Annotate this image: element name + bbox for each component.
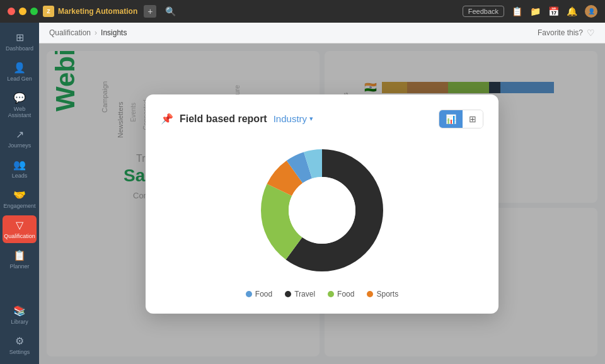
sidebar-label-leads: Leads (12, 173, 28, 179)
modal-header: 📌 Field based report Industry ▾ 📊 (161, 110, 483, 128)
sidebar-label-journeys: Journeys (8, 142, 32, 149)
sidebar-item-qualification[interactable]: ▽ Qualification (3, 215, 37, 243)
close-button[interactable] (8, 8, 15, 15)
svg-point-11 (289, 177, 355, 244)
maximize-button[interactable] (30, 8, 38, 15)
pin-icon: 📌 (161, 113, 173, 125)
folder-icon[interactable]: 📁 (530, 6, 541, 16)
chevron-down-icon: ▾ (309, 115, 313, 123)
dashboard-icon: ⊞ (16, 31, 24, 43)
table-view-button[interactable]: ⊞ (463, 110, 483, 128)
feedback-button[interactable]: Feedback (463, 6, 504, 17)
main-layout: ⊞ Dashboard 👤 Lead Gen 💬 Web Assistant ↗… (0, 23, 605, 364)
web-assistant-icon: 💬 (13, 92, 26, 104)
title-bar-content: Z Marketing Automation + 🔍 Feedback 📋 📁 … (43, 5, 597, 18)
modal-legend-food-green: Food (328, 290, 354, 299)
sidebar-item-library[interactable]: 📚 Library (3, 301, 37, 329)
food-green-label: Food (337, 290, 354, 299)
modal-chart-area: Food Travel Food (161, 141, 483, 299)
sidebar-item-engagement[interactable]: 🤝 Engagement (3, 185, 37, 213)
modal-overlay[interactable]: 📌 Field based report Industry ▾ 📊 (39, 43, 605, 364)
view-toggle: 📊 ⊞ (439, 110, 483, 128)
planner-icon: 📋 (13, 249, 26, 261)
filter-label: Industry (274, 113, 307, 124)
sidebar-label-web-assistant: Web Assistant (5, 106, 34, 118)
bar-chart-icon: 📊 (446, 114, 456, 124)
travel-label: Travel (294, 290, 315, 299)
content-area: Qualification › Insights Favorite this? … (39, 23, 605, 364)
minimize-button[interactable] (19, 8, 26, 15)
food-blue-label: Food (255, 290, 272, 299)
sidebar-item-leads[interactable]: 👥 Leads (3, 155, 37, 183)
travel-dot (285, 291, 291, 297)
heart-icon[interactable]: ♡ (587, 28, 595, 38)
leads-icon: 👥 (13, 159, 26, 171)
traffic-lights (8, 8, 38, 15)
sidebar-label-planner: Planner (9, 263, 29, 270)
industry-donut-chart (253, 141, 391, 280)
industry-filter[interactable]: Industry ▾ (274, 113, 313, 124)
modal-legend: Food Travel Food (246, 290, 398, 299)
favorite-label: Favorite this? (538, 28, 583, 37)
favorite-area: Favorite this? ♡ (538, 28, 595, 38)
modal-legend-food-blue: Food (246, 290, 272, 299)
sidebar-label-dashboard: Dashboard (6, 45, 33, 52)
grid-icon: ⊞ (469, 114, 476, 124)
search-button[interactable]: 🔍 (165, 6, 176, 16)
breadcrumb-parent[interactable]: Qualification (49, 28, 91, 37)
modal-title: Field based report (180, 113, 267, 125)
sidebar-label-engagement: Engagement (3, 203, 35, 209)
sidebar-item-web-assistant[interactable]: 💬 Web Assistant (3, 88, 37, 122)
bell-icon[interactable]: 🔔 (567, 6, 577, 16)
breadcrumb-current: Insights (101, 28, 127, 37)
sports-dot (367, 291, 373, 297)
food-green-dot (328, 291, 334, 297)
sidebar-label-library: Library (11, 319, 28, 325)
lead-gen-icon: 👤 (13, 62, 26, 74)
journeys-icon: ↗ (16, 128, 24, 140)
modal-title-area: 📌 Field based report Industry ▾ (161, 113, 313, 125)
qualification-icon: ▽ (16, 219, 23, 231)
engagement-icon: 🤝 (13, 189, 26, 201)
title-bar-right: Feedback 📋 📁 📅 🔔 👤 (463, 5, 597, 18)
sidebar-item-settings[interactable]: ⚙ Settings (3, 331, 37, 359)
modal-legend-travel: Travel (285, 290, 315, 299)
title-bar: Z Marketing Automation + 🔍 Feedback 📋 📁 … (0, 0, 605, 23)
breadcrumb-separator: › (95, 28, 97, 37)
breadcrumb-bar: Qualification › Insights Favorite this? … (39, 23, 605, 43)
settings-icon: ⚙ (15, 335, 24, 347)
notes-icon[interactable]: 📋 (512, 6, 522, 16)
chart-view-button[interactable]: 📊 (439, 110, 463, 128)
add-tab-button[interactable]: + (144, 5, 156, 18)
food-blue-dot (246, 291, 252, 297)
field-based-report-modal: 📌 Field based report Industry ▾ 📊 (146, 94, 498, 314)
avatar[interactable]: 👤 (585, 5, 597, 18)
sidebar: ⊞ Dashboard 👤 Lead Gen 💬 Web Assistant ↗… (0, 23, 39, 364)
sidebar-label-qualification: Qualification (4, 233, 35, 239)
sidebar-item-planner[interactable]: 📋 Planner (3, 246, 37, 273)
sidebar-item-lead-gen[interactable]: 👤 Lead Gen (3, 58, 37, 86)
modal-legend-sports: Sports (367, 290, 398, 299)
app-logo: Z Marketing Automation (43, 6, 137, 17)
sidebar-label-lead-gen: Lead Gen (7, 76, 32, 82)
breadcrumb: Qualification › Insights (49, 28, 127, 37)
zoho-logo-icon: Z (43, 6, 54, 17)
sidebar-label-settings: Settings (9, 349, 30, 355)
app-name: Marketing Automation (58, 7, 137, 16)
sidebar-item-dashboard[interactable]: ⊞ Dashboard (3, 28, 37, 55)
sports-label: Sports (376, 290, 398, 299)
library-icon: 📚 (13, 305, 26, 317)
calendar-icon[interactable]: 📅 (548, 6, 559, 16)
sidebar-item-journeys[interactable]: ↗ Journeys (3, 125, 37, 152)
